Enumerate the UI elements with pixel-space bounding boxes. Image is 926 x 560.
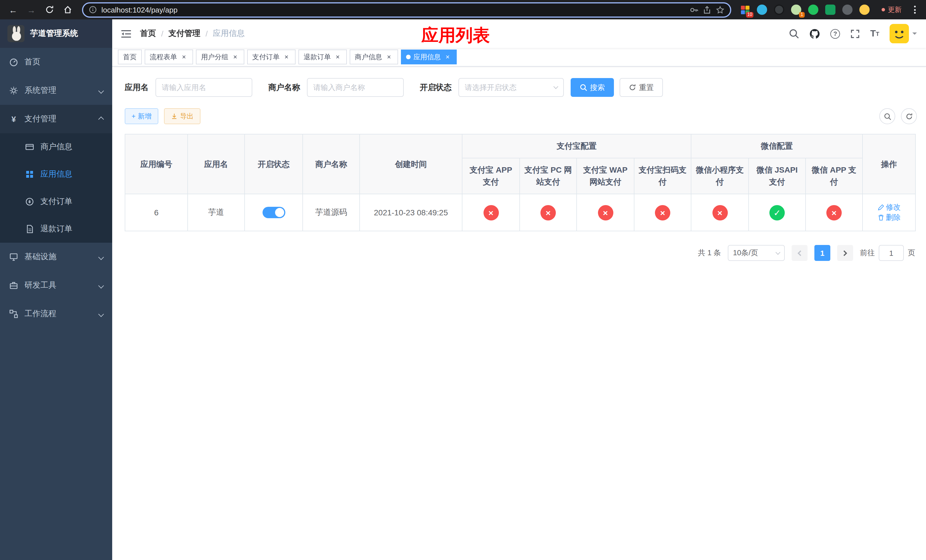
sidebar-item-system[interactable]: 系统管理 [0, 76, 112, 105]
sidebar-item-devtools[interactable]: 研发工具 [0, 271, 112, 300]
status-select[interactable]: 请选择开启状态 [458, 78, 564, 97]
extension-icon[interactable]: 10 [738, 3, 752, 17]
close-icon[interactable]: × [231, 53, 239, 61]
sidebar-item-label: 首页 [24, 57, 41, 67]
export-button[interactable]: 导出 [164, 108, 200, 124]
sidebar-item-label: 应用信息 [41, 169, 72, 179]
extension-icon[interactable]: 1 [789, 3, 803, 17]
share-icon[interactable] [703, 5, 711, 14]
status-label: 开启状态 [420, 82, 452, 92]
avatar-image [890, 24, 909, 43]
sidebar-item-label: 系统管理 [24, 85, 56, 96]
edit-button[interactable]: 修改 [877, 202, 901, 212]
sidebar: 芋道管理系统 首页 系统管理 ¥ 支付管理 商户信息 [0, 20, 112, 560]
close-icon[interactable]: × [180, 53, 188, 61]
github-icon[interactable] [809, 28, 820, 39]
next-page-button[interactable] [837, 245, 853, 261]
alipay-app-status-icon: × [483, 205, 499, 220]
tag-pay-order[interactable]: 支付订单 × [247, 50, 295, 64]
prev-page-button[interactable] [791, 245, 808, 261]
tag-refund-order[interactable]: 退款订单 × [298, 50, 347, 64]
sidebar-item-refund-order[interactable]: 退款订单 [0, 215, 112, 243]
collapse-menu-icon[interactable] [112, 29, 140, 38]
status-toggle[interactable] [262, 207, 285, 218]
sidebar-item-label: 研发工具 [24, 280, 56, 291]
bookmark-star-icon[interactable] [716, 5, 725, 14]
breadcrumb-pay[interactable]: 支付管理 [169, 29, 200, 39]
sidebar-item-merchant-info[interactable]: 商户信息 [0, 133, 112, 160]
tag-home[interactable]: 首页 [118, 50, 142, 64]
tag-app-info[interactable]: 应用信息 × [401, 50, 457, 64]
plus-icon: + [132, 112, 136, 120]
font-size-icon[interactable]: TT [870, 29, 879, 39]
extension-icon[interactable] [806, 3, 820, 17]
logo-avatar [8, 25, 24, 42]
merchant-name-input[interactable] [307, 78, 404, 97]
sidebar-item-pay[interactable]: ¥ 支付管理 [0, 105, 112, 133]
app-table: 应用编号 应用名 开启状态 商户名称 创建时间 支付宝配置 微信配置 操作 支付… [125, 134, 916, 231]
tag-merchant-info[interactable]: 商户信息 × [350, 50, 398, 64]
home-icon[interactable] [61, 2, 75, 17]
search-icon[interactable] [789, 29, 799, 39]
col-header-wx-jsapi: 微信 JSAPI 支付 [749, 158, 805, 194]
chevron-down-icon [98, 254, 104, 260]
password-key-icon[interactable] [690, 5, 698, 14]
extension-icon[interactable] [755, 3, 769, 17]
goto-page-input[interactable] [879, 245, 904, 261]
search-button[interactable]: 搜索 [570, 78, 614, 97]
close-icon[interactable]: × [334, 53, 342, 61]
close-icon[interactable]: × [283, 53, 291, 61]
cell-actions: 修改 删除 [862, 194, 915, 231]
fullscreen-icon[interactable] [850, 29, 860, 38]
col-header-app-name: 应用名 [188, 134, 245, 194]
address-bar[interactable]: localhost:1024/pay/app [82, 2, 731, 17]
sidebar-item-home[interactable]: 首页 [0, 48, 112, 76]
delete-button[interactable]: 删除 [877, 212, 901, 223]
tag-user-group[interactable]: 用户分组 × [196, 50, 244, 64]
extension-icon[interactable] [823, 3, 837, 17]
add-button[interactable]: + 新增 [125, 108, 158, 124]
back-icon[interactable]: ← [6, 2, 21, 17]
col-header-actions: 操作 [862, 134, 915, 194]
col-group-alipay: 支付宝配置 [462, 134, 691, 158]
tag-process-form[interactable]: 流程表单 × [145, 50, 193, 64]
close-icon[interactable]: × [385, 53, 393, 61]
app-name-input[interactable] [156, 78, 252, 97]
sidebar-item-infra[interactable]: 基础设施 [0, 243, 112, 271]
breadcrumb-current: 应用信息 [213, 29, 245, 39]
total-count: 共 1 条 [698, 248, 721, 258]
reset-button[interactable]: 重置 [620, 78, 663, 97]
search-form: 应用名 商户名称 开启状态 请选择开启状态 搜索 重置 [125, 78, 917, 97]
browser-menu-icon[interactable] [909, 6, 920, 14]
help-icon[interactable]: ? [830, 29, 840, 38]
user-avatar[interactable] [890, 24, 917, 43]
refresh-icon [629, 84, 636, 91]
extension-logo [825, 5, 835, 15]
sidebar-item-workflow[interactable]: 工作流程 [0, 300, 112, 328]
sidebar-logo[interactable]: 芋道管理系统 [0, 20, 112, 48]
credit-card-icon [25, 142, 34, 151]
url-text[interactable]: localhost:1024/pay/app [101, 5, 685, 14]
extension-icon[interactable] [858, 3, 872, 17]
close-icon[interactable]: × [443, 53, 452, 61]
breadcrumb-home[interactable]: 首页 [140, 29, 156, 39]
page-size-select[interactable]: 10条/页 [728, 245, 785, 261]
update-button[interactable]: 更新 [877, 5, 906, 15]
site-info-icon[interactable] [89, 6, 97, 14]
col-group-wechat: 微信配置 [691, 134, 862, 158]
sidebar-item-pay-order[interactable]: 支付订单 [0, 188, 112, 215]
reload-icon[interactable] [42, 2, 57, 17]
chevron-left-icon [797, 250, 803, 256]
refresh-table-button[interactable] [901, 108, 917, 124]
alipay-pc-status-icon: × [540, 205, 556, 220]
cell-status [245, 194, 303, 231]
forward-icon[interactable]: → [24, 2, 39, 17]
workflow-icon [9, 309, 18, 318]
extension-icon[interactable] [841, 3, 854, 17]
caret-down-icon [912, 32, 917, 37]
sidebar-item-app-info[interactable]: 应用信息 [0, 160, 112, 188]
page-number-button[interactable]: 1 [814, 245, 830, 261]
pay-order-icon [25, 197, 34, 206]
toggle-search-button[interactable] [879, 108, 895, 124]
extension-icon[interactable] [772, 3, 786, 17]
